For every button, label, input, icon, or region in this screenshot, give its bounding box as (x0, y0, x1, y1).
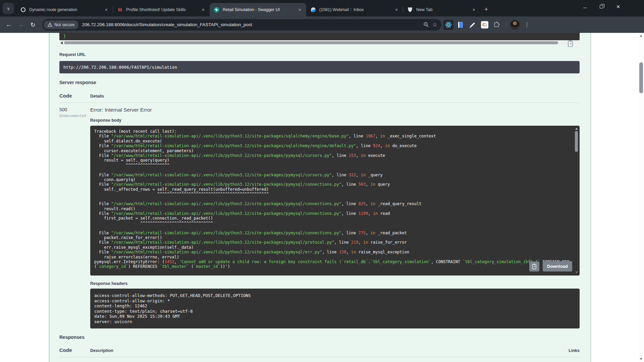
tab-retail-simulation-active[interactable]: Retail Simulation - Swagger UI × (210, 3, 306, 16)
react-devtools-extension-icon[interactable] (443, 20, 453, 30)
new-tab-button[interactable]: + (480, 6, 492, 16)
tab-webmail-inbox[interactable]: (1081) Webmail :: Inbox × (306, 3, 403, 16)
profile-avatar[interactable] (510, 20, 520, 29)
error-title: Error: Internal Server Error (90, 107, 580, 113)
fastapi-icon (214, 7, 219, 13)
webmail-icon (310, 7, 316, 13)
responses-heading: Responses (59, 335, 580, 340)
tab-title: Retail Simulation - Swagger UI (223, 7, 297, 12)
close-tab-icon[interactable]: × (393, 6, 399, 13)
response-body-block: Traceback (most recent call last): File … (90, 126, 580, 276)
tab-strip: ∨ Dynamic route generation × M Profile S… (0, 0, 644, 16)
bookmark-star-icon[interactable]: ☆ (432, 21, 437, 28)
colorpicker-extension-icon[interactable]: C: (480, 20, 490, 30)
copy-response-button[interactable] (529, 261, 539, 272)
request-url-label: Request URL (59, 52, 580, 57)
back-icon: ← (6, 21, 12, 28)
response-headers-block: access-control-allow-methods: PUT,GET,HE… (90, 289, 580, 328)
response-body-scrollbar[interactable] (575, 128, 578, 274)
reload-icon: ↻ (30, 21, 35, 28)
scroll-down-arrow-icon[interactable] (575, 272, 578, 274)
code-column-header: Code (59, 93, 90, 99)
toolbar-divider (506, 21, 506, 28)
security-chip[interactable]: Not secure (44, 20, 78, 29)
browser-menu-icon[interactable]: ⋮ (521, 21, 533, 28)
page-content: } Request URL http://206.72.206.188:8006… (0, 33, 644, 362)
download-button[interactable]: Download (543, 261, 572, 272)
details-column-header: Details (90, 94, 580, 99)
response-body-label: Response body (90, 118, 580, 123)
tab-dynamic-route-generation[interactable]: Dynamic route generation × (16, 3, 113, 16)
scroll-down-arrow-icon[interactable] (640, 358, 642, 360)
brave-icon (407, 7, 413, 13)
responses-code-header: Code (59, 347, 90, 353)
status-code: 500 (59, 107, 90, 112)
tab-title: (1081) Webmail :: Inbox (319, 7, 393, 12)
forward-icon: → (18, 21, 24, 28)
extensions-puzzle-icon[interactable] (492, 20, 502, 30)
gmail-icon: M (117, 7, 123, 13)
tab-title: New Tab (416, 7, 471, 12)
back-button[interactable]: ← (3, 19, 14, 30)
notes-extension-icon[interactable] (455, 20, 466, 30)
browser-scrollbar[interactable] (638, 33, 644, 362)
warning-triangle-icon (48, 22, 52, 27)
close-tab-icon[interactable]: × (297, 6, 303, 13)
browser-scrollbar-thumb[interactable] (639, 62, 643, 93)
security-chip-label: Not secure (54, 22, 74, 27)
close-tab-icon[interactable]: × (103, 6, 109, 13)
chevron-down-icon: ∨ (7, 6, 10, 11)
scroll-up-arrow-icon[interactable] (640, 35, 642, 37)
zoom-indicator-icon[interactable] (423, 22, 429, 27)
traceback-text: Traceback (most recent call last): File … (94, 129, 571, 272)
responses-links-header: Links (569, 348, 580, 353)
status-undocumented-note: Undocumented (59, 114, 90, 118)
scroll-up-arrow-icon[interactable] (575, 128, 578, 130)
server-response-heading: Server response (59, 80, 580, 85)
tab-search-button[interactable]: ∨ (3, 3, 14, 14)
browser-window: ∨ Dynamic route generation × M Profile S… (0, 0, 644, 362)
copy-request-button[interactable] (567, 40, 575, 48)
close-window-button[interactable]: × (616, 4, 621, 9)
vertical-scrollbar-thumb[interactable] (575, 131, 578, 152)
window-controls: × (583, 0, 621, 13)
tab-profile-shortlisted[interactable]: M Profile Shortlisted! Update Skills × (113, 3, 210, 16)
table-divider (59, 103, 580, 103)
scroll-left-arrow-icon[interactable] (60, 41, 63, 45)
pen-extension-icon[interactable] (468, 20, 478, 30)
tab-title: Dynamic route generation (29, 7, 103, 12)
horizontal-scrollbar-thumb[interactable] (64, 41, 558, 44)
swagger-post-opblock: } Request URL http://206.72.206.188:8006… (49, 33, 591, 362)
address-bar[interactable]: Not secure 206.72.206.188:8006/docs#/Sim… (42, 19, 441, 31)
request-url-value: http://206.72.206.188:8006/FASTAPI/simul… (59, 61, 580, 73)
reload-button[interactable]: ↻ (28, 19, 38, 30)
request-body-editor-tail[interactable]: } (59, 33, 580, 40)
forward-button[interactable]: → (15, 19, 26, 30)
tab-title: Profile Shortlisted! Update Skills (126, 7, 200, 12)
maximize-button[interactable] (599, 4, 604, 9)
response-headers-label: Response headers (90, 281, 580, 286)
request-body-horizontal-scrollbar[interactable] (59, 41, 580, 45)
browser-toolbar: ← → ↻ Not secure 206.72.206.188:8006/doc… (0, 16, 644, 33)
close-tab-icon[interactable]: × (200, 6, 206, 13)
url-text[interactable]: 206.72.206.188:8006/docs#/Simulation/cre… (82, 22, 420, 27)
table-divider (59, 357, 580, 357)
minimize-button[interactable] (583, 5, 587, 8)
chatgpt-icon (20, 7, 26, 13)
response-headers-text: access-control-allow-methods: PUT,GET,HE… (94, 293, 576, 324)
responses-description-header: Description (90, 348, 569, 353)
close-tab-icon[interactable]: × (471, 6, 477, 13)
tab-new-tab[interactable]: New Tab × (403, 3, 480, 16)
